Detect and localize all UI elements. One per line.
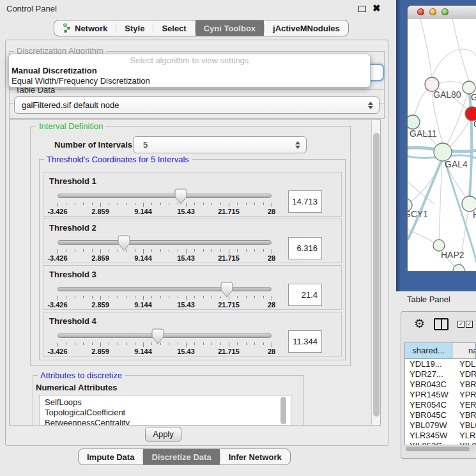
red-traffic-light[interactable] bbox=[417, 8, 424, 15]
slider-ticks bbox=[58, 342, 272, 348]
tick-mark bbox=[237, 342, 238, 345]
tick-mark bbox=[100, 342, 101, 347]
yellow-traffic-light[interactable] bbox=[429, 8, 436, 15]
split-view-icon[interactable] bbox=[434, 318, 449, 330]
table-row[interactable]: YIL052CYIL0 bbox=[405, 441, 476, 445]
apply-button[interactable]: Apply bbox=[145, 427, 181, 441]
table-panel-title: Table Panel bbox=[407, 295, 450, 304]
threshold-value-input[interactable]: 14.713 bbox=[288, 190, 322, 213]
table-row[interactable]: YBR045CYBR0 bbox=[405, 410, 476, 420]
settings-scrollbar-thumb[interactable] bbox=[373, 133, 380, 417]
table-cell: YLR3 bbox=[452, 431, 476, 441]
table-row[interactable]: YBL079WYBL0 bbox=[405, 420, 476, 431]
tick-mark bbox=[169, 296, 169, 298]
column-header-shared[interactable]: shared... bbox=[405, 343, 452, 359]
tab-style[interactable]: Style bbox=[116, 20, 153, 36]
thresholds-group-title: Threshold's Coordinates for 5 Intervals bbox=[44, 155, 192, 164]
network-canvas[interactable]: GAL80GCGAL11GAL4GCY1HHAP2 bbox=[408, 19, 476, 272]
dropdown-option-manual-discretization[interactable]: Manual Discretization bbox=[12, 66, 97, 75]
tick-mark bbox=[169, 249, 169, 252]
table-row[interactable]: YDR27...YDR2 bbox=[405, 369, 476, 380]
slider-track[interactable] bbox=[58, 194, 272, 198]
tick-mark bbox=[109, 342, 109, 345]
threshold-value-input[interactable]: 11.344 bbox=[288, 330, 322, 353]
settings-gear-icon[interactable]: ⚙ bbox=[414, 316, 425, 331]
tab-impute-data[interactable]: Impute Data bbox=[79, 449, 142, 464]
tick-mark bbox=[220, 249, 221, 252]
tick-mark bbox=[178, 342, 178, 345]
tick-mark bbox=[151, 203, 152, 205]
checkbox-checked-icon[interactable]: ✓ bbox=[457, 321, 464, 328]
table-cell: YDL19... bbox=[405, 359, 452, 369]
tick-label: -3.426 bbox=[47, 348, 67, 355]
tab-network[interactable]: Network bbox=[54, 20, 116, 36]
close-icon[interactable]: ✖ bbox=[372, 3, 381, 14]
table-hscrollbar-track[interactable] bbox=[405, 446, 475, 452]
table-cell: YBR043C bbox=[405, 380, 452, 390]
table-row[interactable]: YDL19...YDL1 bbox=[405, 359, 476, 369]
list-item[interactable]: TopologicalCoefficient bbox=[40, 408, 291, 418]
tick-mark bbox=[263, 203, 264, 205]
tab-jactivemnodules[interactable]: jActiveMNodules bbox=[265, 20, 348, 36]
numerical-attributes-list: SelfLoopsTopologicalCoefficientBetweenne… bbox=[39, 395, 291, 426]
list-item[interactable]: SelfLoops bbox=[40, 397, 291, 408]
network-node[interactable] bbox=[453, 265, 464, 272]
network-node-gal11[interactable] bbox=[408, 115, 420, 129]
tick-label: 9.144 bbox=[134, 208, 152, 215]
tick-label: 9.144 bbox=[134, 254, 152, 262]
slider-tick-labels: -3.4262.8599.14415.4321.71528 bbox=[58, 254, 272, 262]
tick-mark bbox=[75, 203, 75, 205]
network-node-label: G bbox=[471, 92, 476, 102]
tick-label: 21.715 bbox=[218, 301, 240, 309]
tab-select[interactable]: Select bbox=[153, 20, 194, 36]
tick-mark bbox=[229, 342, 229, 347]
tick-label: 9.144 bbox=[134, 301, 152, 309]
tick-label: 2.859 bbox=[91, 254, 109, 262]
tick-label: -3.426 bbox=[47, 301, 67, 309]
control-panel-titlebar: Control Panel bbox=[0, 0, 396, 18]
table-row[interactable]: YPR145WYPR1 bbox=[405, 390, 476, 400]
table-row[interactable]: YLR345WYLR3 bbox=[405, 431, 476, 441]
threshold-row: Threshold 4-3.4262.8599.14415.4321.71528… bbox=[43, 312, 342, 357]
table-data-combo[interactable]: galFiltered.sif default node bbox=[14, 96, 380, 114]
settings-scrollbar-track[interactable] bbox=[371, 120, 380, 425]
float-window-icon[interactable] bbox=[358, 6, 366, 12]
network-node-gal4[interactable] bbox=[434, 143, 452, 161]
network-window-titlebar bbox=[408, 6, 476, 19]
threshold-value-input[interactable]: 21.4 bbox=[288, 284, 322, 306]
tick-mark bbox=[143, 296, 144, 300]
tick-mark bbox=[263, 296, 264, 298]
tick-mark bbox=[151, 249, 152, 252]
tab-discretize-data[interactable]: Discretize Data bbox=[143, 449, 219, 464]
table-row[interactable]: YER054CYER0 bbox=[405, 400, 476, 410]
network-node-label: H bbox=[473, 210, 476, 220]
dropdown-option-equal-width-frequency[interactable]: Equal Width/Frequency Discretization bbox=[12, 76, 150, 86]
tick-mark bbox=[109, 203, 109, 205]
column-header-na[interactable]: na bbox=[452, 343, 476, 359]
green-traffic-light[interactable] bbox=[441, 8, 449, 15]
tick-mark bbox=[194, 203, 195, 205]
table-cell: YDL1 bbox=[452, 359, 476, 369]
checkbox-checked-icon[interactable]: ✓ bbox=[466, 321, 473, 328]
threshold-value-input[interactable]: 6.316 bbox=[288, 237, 322, 259]
tick-mark bbox=[220, 342, 221, 345]
attributes-list-scrollbar[interactable] bbox=[280, 397, 286, 424]
slider-tick-labels: -3.4262.8599.14415.4321.71528 bbox=[58, 208, 272, 215]
table-row[interactable]: YBR043CYBR0 bbox=[405, 380, 476, 390]
attributes-group-title: Attributes to discretize bbox=[38, 371, 125, 380]
tick-mark bbox=[83, 203, 84, 205]
list-item[interactable]: BetweennessCentrality bbox=[40, 418, 291, 426]
slider-track[interactable] bbox=[58, 240, 272, 245]
tab-cyni-toolbox[interactable]: Cyni Toolbox bbox=[196, 20, 264, 36]
tick-mark bbox=[135, 296, 135, 298]
tick-label: 15.43 bbox=[177, 348, 195, 355]
number-of-intervals-combo[interactable]: 5 bbox=[133, 136, 307, 153]
tab-infer-network[interactable]: Infer Network bbox=[220, 449, 290, 464]
slider-track[interactable] bbox=[58, 287, 272, 291]
tick-mark bbox=[246, 342, 247, 345]
slider-track[interactable] bbox=[58, 334, 272, 338]
dropdown-placeholder: Select algorithm to view settings bbox=[9, 56, 370, 65]
tick-mark bbox=[100, 296, 101, 300]
table-hscrollbar-thumb[interactable] bbox=[406, 447, 470, 451]
tick-mark bbox=[178, 203, 178, 205]
